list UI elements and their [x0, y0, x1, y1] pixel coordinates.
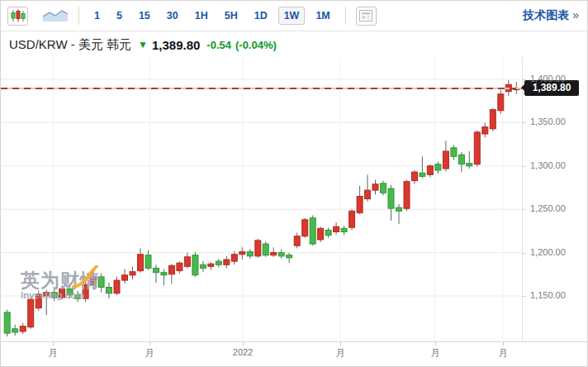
timeframe-button-1m[interactable]: 1M: [310, 7, 335, 25]
timeframe-button-15[interactable]: 15: [133, 7, 156, 25]
chart-toolbar: 1515301H5H1D1W1M 技术图表»: [1, 1, 587, 31]
candle-up: [239, 252, 245, 255]
price-direction-icon: ▼: [138, 39, 148, 50]
candlestick-icon: [11, 9, 26, 22]
time-axis[interactable]: 月月2022月月月: [1, 341, 587, 367]
candle-up: [168, 265, 174, 274]
candle-up: [482, 127, 488, 134]
timeframe-button-5[interactable]: 5: [111, 7, 128, 25]
candle-up: [294, 236, 300, 246]
candle-down: [216, 261, 221, 265]
toolbar-divider: [78, 7, 79, 25]
x-axis-label: 月: [145, 347, 154, 360]
candle-up: [474, 132, 480, 164]
price-change-percent: (-0.04%): [235, 39, 277, 51]
candle-down: [145, 255, 151, 269]
price-change: -0.54: [206, 39, 231, 51]
line-chart-button[interactable]: [41, 9, 69, 22]
candle-down: [420, 173, 425, 176]
investing-logo-icon: [72, 265, 100, 290]
x-axis-tick: [340, 342, 341, 346]
candle-up: [208, 264, 214, 266]
y-axis-label: 1,150.00: [530, 290, 566, 300]
candle-up: [122, 275, 128, 280]
y-axis-label: 1,250.00: [530, 203, 566, 213]
x-axis-tick: [503, 342, 504, 346]
candle-down: [435, 164, 441, 170]
y-axis-tick: [523, 253, 526, 254]
tech-chart-link[interactable]: 技术图表»: [523, 8, 579, 23]
timeframe-button-1w[interactable]: 1W: [278, 7, 306, 25]
candle-down: [396, 207, 402, 211]
y-axis-tick: [523, 79, 526, 80]
candle-up: [231, 255, 237, 261]
candle-down: [107, 288, 112, 293]
x-axis-label: 月: [49, 347, 58, 360]
last-price: 1,389.80: [152, 38, 200, 52]
candle-up: [255, 241, 261, 256]
candle-down: [287, 255, 292, 258]
candle-up: [498, 94, 504, 111]
candle-down: [154, 269, 159, 273]
candle-down: [4, 312, 10, 333]
candle-down: [192, 255, 198, 275]
candle-up: [177, 263, 183, 270]
candle-up: [443, 151, 448, 169]
candle-down: [325, 230, 331, 235]
candle-down: [388, 188, 394, 208]
candle-down: [310, 218, 315, 244]
candle-up: [20, 326, 26, 331]
candle-down: [341, 228, 347, 231]
candle-up: [372, 184, 378, 190]
candle-up: [302, 220, 308, 236]
timeframe-button-1[interactable]: 1: [88, 7, 106, 25]
candle-down: [263, 244, 268, 255]
candle-up: [28, 299, 34, 327]
timeframe-group: 1515301H5H1D1W1M: [88, 7, 336, 25]
candle-down: [247, 252, 253, 256]
timeframe-button-1d[interactable]: 1D: [249, 7, 273, 25]
investing-watermark-link[interactable]: 英为财情 Investing.com: [21, 270, 100, 300]
candle-up: [318, 228, 324, 240]
candle-down: [381, 184, 386, 193]
news-layout-button[interactable]: [356, 7, 377, 26]
x-axis-label: 2022: [233, 347, 253, 357]
x-axis-tick: [149, 342, 150, 346]
timeframe-button-5h[interactable]: 5H: [219, 7, 244, 25]
candle-down: [278, 253, 284, 256]
watermark-en-text: Investing.com: [21, 290, 100, 300]
y-axis-label: 1,400.00: [530, 74, 566, 83]
candle-down: [467, 164, 472, 166]
candle-up: [138, 255, 144, 271]
price-axis[interactable]: 1,389.80 1,400.001,350.001,300.001,250.0…: [522, 57, 587, 341]
candle-up: [184, 257, 190, 267]
y-axis-tick: [523, 296, 526, 297]
forex-chart-widget: 1515301H5H1D1W1M 技术图表» USD/KRW - 美元 韩元 ▼…: [0, 0, 588, 367]
candle-up: [224, 260, 230, 265]
candle-up: [114, 280, 120, 293]
pair-title: USD/KRW - 美元 韩元: [9, 37, 131, 53]
timeframe-button-30[interactable]: 30: [161, 7, 184, 25]
candle-down: [451, 148, 457, 157]
timeframe-button-1h[interactable]: 1H: [189, 7, 214, 25]
candle-up: [130, 272, 135, 275]
candle-up: [349, 211, 355, 227]
layout-icon: [359, 10, 372, 21]
chart-region: 1,389.80 1,400.001,350.001,300.001,250.0…: [1, 57, 587, 366]
candle-up: [427, 166, 433, 175]
candle-up: [271, 253, 277, 255]
candle-down: [12, 329, 18, 332]
y-axis-label: 1,200.00: [530, 247, 566, 257]
quote-header: USD/KRW - 美元 韩元 ▼ 1,389.80 -0.54 (-0.04%…: [1, 32, 587, 57]
line-chart-icon: [42, 9, 69, 22]
toolbar-divider: [345, 7, 346, 25]
candle-up: [404, 182, 410, 209]
y-axis-tick: [523, 209, 526, 210]
candlestick-chart-button[interactable]: [7, 7, 28, 26]
x-axis-tick: [435, 342, 436, 346]
candle-up: [365, 190, 371, 199]
candle-down: [458, 155, 464, 164]
current-price-line: [1, 88, 522, 89]
y-axis-tick: [523, 122, 526, 123]
candle-down: [161, 273, 167, 275]
